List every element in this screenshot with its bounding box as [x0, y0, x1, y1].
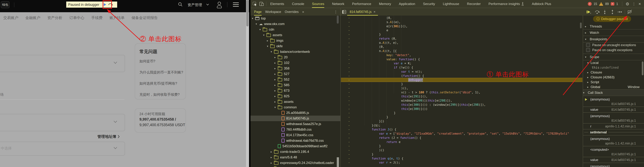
tree-row-760.44ff8db9.css[interactable]: 760.44ff8db9.css [250, 127, 341, 132]
network-select[interactable] [0, 114, 125, 131]
tree-row-imgs[interactable]: ▸imgs [250, 38, 341, 43]
breakpoint-gutter[interactable]: - [348, 20, 350, 24]
tree-row-www.okx.com[interactable]: ▾☁www.okx.com [250, 21, 341, 27]
tree-row-withdrawal.5aaa257e.js[interactable]: withdrawal.5aaa257e.js [250, 121, 341, 127]
chevron-expanded-icon[interactable]: ▾ [267, 45, 270, 48]
file-tab-814[interactable]: 814.faf00745.js × [347, 8, 378, 15]
section-threads[interactable]: ▸Threads [583, 24, 644, 29]
tree-row-inner/polyfill-automatic[interactable]: ▸inner/polyfill-automatic [250, 166, 341, 167]
call-stack-frame[interactable]: (anonymous)814.faf00745.js:1 [583, 96, 644, 107]
breakpoint-option[interactable]: Pause on uncaught exceptions [583, 42, 644, 47]
tree-row-top[interactable]: ▾top [250, 15, 341, 21]
chevron-collapsed-icon[interactable]: ▸ [274, 83, 278, 87]
device-toolbar-icon[interactable] [259, 1, 264, 6]
tab-sources[interactable]: Sources [312, 0, 324, 8]
breakpoint-gutter[interactable]: - [348, 78, 350, 82]
step-over-button[interactable] [108, 1, 114, 8]
chevron-collapsed-icon[interactable]: ▸ [274, 78, 278, 81]
chevron-collapsed-icon[interactable]: ▸ [274, 100, 278, 103]
chevron-expanded-icon[interactable]: ▾ [263, 33, 266, 36]
call-stack-frame[interactable]: (anonymous)814.faf00745.js:1 [583, 163, 644, 167]
tree-more-options-icon[interactable]: ⋮ [334, 10, 338, 14]
deactivate-breakpoints-icon[interactable] [627, 9, 632, 14]
checkbox-unchecked[interactable] [586, 48, 590, 52]
resume-script-button[interactable] [101, 1, 108, 8]
error-badge-icon[interactable]: × [588, 2, 592, 6]
sources-nav-overrides[interactable]: Overrides [285, 8, 298, 15]
step-into-icon[interactable] [602, 9, 608, 14]
tab-network[interactable]: Network [332, 0, 344, 8]
tab-performance[interactable]: Performance [352, 0, 371, 8]
breakpoint-gutter[interactable]: - [348, 157, 350, 161]
settings-gear-icon[interactable]: ⚙ [626, 1, 630, 6]
sidebar-scrollbar-thumb[interactable] [642, 61, 644, 75]
tree-row-comb-trade/3.195.4[interactable]: ▸comb-trade/3.195.4 [250, 149, 341, 155]
nav-tab-交易账户[interactable]: 交易账户 [3, 15, 18, 20]
warning-badge-icon[interactable] [599, 2, 603, 6]
tree-row-585[interactable]: ▸585 [250, 82, 341, 88]
search-icon[interactable] [178, 2, 183, 7]
tab-application[interactable]: Application [399, 0, 415, 8]
tree-row-common[interactable]: ▾common [250, 105, 341, 110]
call-stack-frame[interactable]: (anonymous)814.faf00745.js:1 [583, 113, 644, 124]
breakpoint-gutter[interactable]: - [348, 140, 350, 144]
tree-row-814.faf00745.js[interactable]: 814.faf00745.js [250, 116, 341, 121]
collapse-panel-icon[interactable] [342, 10, 346, 14]
tree-row-552[interactable]: ▸552 [250, 77, 341, 82]
section-call-stack[interactable]: ▾Call Stack [583, 89, 644, 96]
faq-item[interactable]: 充提时，如何收取手续费? [140, 92, 180, 97]
breakpoint-option[interactable]: Pause on caught exceptions [583, 47, 644, 52]
breakpoint-gutter[interactable]: - [348, 152, 350, 157]
tree-row-5451b5b0bbaeb098faed.woff2[interactable]: 5451b5b0bbaeb098faed.woff2 [250, 143, 341, 149]
tab-performance-insights[interactable]: Performance insights [488, 0, 524, 8]
section-scope[interactable]: ▾Scope [583, 54, 644, 60]
sources-nav-overflow-icon[interactable]: » [302, 10, 304, 14]
chevron-expanded-icon[interactable]: ▾ [271, 50, 274, 53]
checkbox-unchecked[interactable] [586, 43, 590, 47]
breakpoint-gutter[interactable]: - [348, 103, 350, 107]
tree-row-withdrawal.4ab76d78.css[interactable]: withdrawal.4ab76d78.css [250, 138, 341, 143]
tab-memory[interactable]: Memory [379, 0, 391, 8]
chevron-collapsed-icon[interactable]: ▸ [274, 61, 278, 64]
call-stack-frame[interactable]: rapmfe-1.1.42.min.js:1 [583, 124, 644, 129]
chevron-expanded-icon[interactable]: ▾ [256, 22, 259, 25]
manage-address-book-link[interactable]: 管理地址簿 [98, 134, 120, 139]
faq-item[interactable]: 为什么我提的币一直不到账? [140, 70, 183, 75]
step-icon[interactable] [617, 9, 622, 14]
chevron-collapsed-icon[interactable]: ▸ [274, 72, 278, 75]
chevron-expanded-icon[interactable]: ▾ [252, 17, 255, 20]
tree-row-25.a056d895.js[interactable]: 25.a056d895.js [250, 110, 341, 116]
breakpoint-gutter[interactable]: - [348, 74, 350, 78]
faq-item[interactable]: 如何选择充币/提币网络? [140, 81, 177, 86]
breakpoint-gutter[interactable]: - [348, 41, 350, 45]
hamburger-menu-icon[interactable] [233, 2, 239, 7]
breakpoint-gutter[interactable]: - [348, 28, 350, 32]
nav-tab-手续费[interactable]: 手续费 [91, 15, 102, 20]
tab-elements[interactable]: Elements [270, 0, 284, 8]
chevron-collapsed-icon[interactable]: ▸ [274, 56, 278, 59]
more-options-icon[interactable]: ⋮ [631, 2, 636, 6]
breakpoint-gutter[interactable]: - [348, 132, 350, 136]
breakpoint-gutter[interactable]: - [348, 24, 350, 28]
file-tab-close-icon[interactable]: × [374, 10, 376, 14]
breakpoint-gutter[interactable]: - [348, 61, 350, 65]
breakpoint-gutter[interactable]: - [348, 53, 350, 57]
breakpoint-gutter[interactable]: - [348, 86, 350, 90]
breakpoint-gutter[interactable]: - [348, 45, 350, 49]
assets-menu[interactable]: 资产管理 [188, 2, 202, 7]
nav-tab-订单中心[interactable]: 订单中心 [69, 15, 84, 20]
inspect-element-icon[interactable] [252, 1, 257, 6]
tree-row-814.172be45c.css[interactable]: 814.172be45c.css [250, 132, 341, 138]
step-over-icon[interactable] [594, 9, 600, 14]
scope-local[interactable]: ▾Local [583, 60, 644, 65]
breakpoint-gutter[interactable]: - [348, 161, 350, 165]
breakpoint-gutter[interactable]: - [348, 115, 350, 119]
breakpoint-gutter[interactable]: - [348, 36, 350, 41]
tree-row-825[interactable]: ▸825 [250, 93, 341, 99]
breakpoint-gutter[interactable]: - [348, 148, 350, 152]
chevron-collapsed-icon[interactable]: ▸ [274, 67, 278, 70]
issues-badge-icon[interactable]: × [611, 2, 614, 5]
nav-tab-资产分析[interactable]: 资产分析 [47, 15, 62, 20]
sources-nav-workspace[interactable]: Workspace [265, 8, 281, 15]
breakpoint-gutter[interactable]: - [348, 119, 350, 123]
